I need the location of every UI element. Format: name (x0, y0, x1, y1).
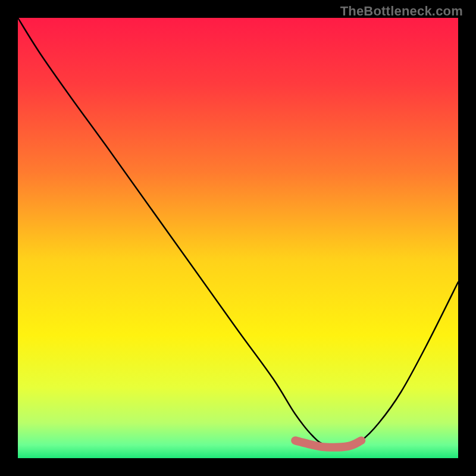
optimal-band (295, 440, 361, 447)
watermark-text: TheBottleneck.com (340, 4, 463, 19)
bottleneck-curve (18, 18, 458, 446)
curve-layer (18, 18, 458, 458)
chart-frame: TheBottleneck.com (0, 0, 476, 476)
plot-area (18, 18, 458, 458)
